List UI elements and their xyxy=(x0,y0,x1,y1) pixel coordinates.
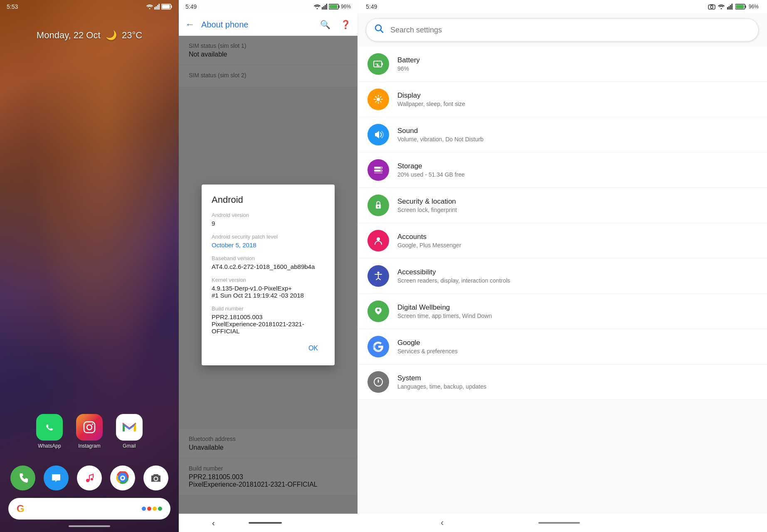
settings-screen: 5:49 96% xyxy=(358,0,767,532)
google-text: Google Services & preferences xyxy=(397,339,757,355)
svg-rect-21 xyxy=(325,5,326,10)
about-status-bar: 5:49 96% xyxy=(179,0,358,13)
settings-status-time: 5:49 xyxy=(366,3,377,10)
settings-search-input[interactable] xyxy=(390,26,750,34)
dialog-overlay: Android Android version 9 Android securi… xyxy=(179,36,358,514)
home-date: Monday, 22 Oct 🌙 23°C xyxy=(0,30,179,41)
instagram-icon xyxy=(76,414,103,441)
wellbeing-text: Digital Wellbeing Screen time, app timer… xyxy=(397,303,757,319)
security-text: Security & location Screen lock, fingerp… xyxy=(397,197,757,213)
svg-rect-20 xyxy=(323,6,324,10)
home-dock xyxy=(0,466,179,490)
dialog-actions: OK xyxy=(212,341,325,355)
svg-rect-3 xyxy=(157,5,158,10)
accessibility-subtitle: Screen readers, display, interaction con… xyxy=(397,277,757,284)
svg-point-12 xyxy=(91,478,93,480)
google-subtitle: Services & preferences xyxy=(397,348,757,355)
settings-search-bar[interactable] xyxy=(366,18,759,42)
settings-status-icons: 96% xyxy=(708,4,759,10)
svg-point-46 xyxy=(377,206,379,207)
android-info-dialog: Android Android version 9 Android securi… xyxy=(202,185,335,365)
settings-back-nav[interactable]: ‹ xyxy=(441,517,444,528)
battery-title: Battery xyxy=(397,56,757,64)
dock-phone[interactable] xyxy=(10,466,35,490)
svg-rect-42 xyxy=(374,172,382,173)
home-nav-pill xyxy=(69,525,110,527)
svg-point-43 xyxy=(381,167,382,168)
app-whatsapp[interactable]: WhatsApp xyxy=(36,414,63,449)
dock-camera[interactable] xyxy=(143,466,168,490)
settings-item-google[interactable]: Google Services & preferences xyxy=(358,329,767,365)
dock-messages[interactable] xyxy=(44,466,69,490)
settings-item-storage[interactable]: Storage 20% used - 51.34 GB free xyxy=(358,153,767,188)
settings-item-display[interactable]: Display Wallpaper, sleep, font size xyxy=(358,82,767,117)
svg-rect-31 xyxy=(730,5,731,10)
svg-rect-8 xyxy=(84,422,95,433)
accounts-text: Accounts Google, Plus Messenger xyxy=(397,233,757,249)
about-back-nav[interactable]: ‹ xyxy=(212,518,215,528)
build-value: PPR2.181005.003PixelExperience-20181021-… xyxy=(212,313,325,335)
build-label: Build number xyxy=(212,305,325,312)
app-instagram[interactable]: Instagram xyxy=(76,414,103,449)
about-wifi-icon xyxy=(314,4,321,9)
battery-text: Battery 96% xyxy=(397,56,757,72)
about-nav-bar: ‹ xyxy=(179,514,358,532)
svg-rect-34 xyxy=(745,5,746,8)
security-patch-label: Android security patch level xyxy=(212,234,325,240)
home-app-icons: WhatsApp Instagram xyxy=(0,414,179,449)
svg-point-0 xyxy=(149,8,150,10)
settings-nav-pill xyxy=(538,522,580,524)
svg-rect-22 xyxy=(326,4,327,10)
sound-title: Sound xyxy=(397,127,757,135)
svg-point-44 xyxy=(381,170,382,171)
settings-list: Battery 96% Display Wallpaper, sleep, fo… xyxy=(358,47,767,514)
accessibility-title: Accessibility xyxy=(397,268,757,276)
security-patch-value: October 5, 2018 xyxy=(212,241,325,249)
android-version-label: Android version xyxy=(212,212,325,218)
home-screen: 5:53 Monday, 22 Oct 🌙 xyxy=(0,0,179,532)
back-button[interactable]: ← xyxy=(185,19,195,30)
accounts-settings-icon xyxy=(367,230,389,251)
display-settings-icon xyxy=(367,89,389,110)
display-title: Display xyxy=(397,91,757,100)
accessibility-text: Accessibility Screen readers, display, i… xyxy=(397,268,757,284)
home-search-bar[interactable]: G xyxy=(8,498,170,520)
svg-rect-4 xyxy=(159,4,160,10)
settings-item-wellbeing[interactable]: Digital Wellbeing Screen time, app timer… xyxy=(358,294,767,329)
svg-point-49 xyxy=(377,309,380,311)
svg-rect-7 xyxy=(162,5,170,9)
home-status-bar: 5:53 xyxy=(0,0,179,13)
baseband-value: AT4.0.c2.6-272-1018_1600_ab89b4a xyxy=(212,263,325,270)
settings-item-accessibility[interactable]: Accessibility Screen readers, display, i… xyxy=(358,259,767,294)
storage-settings-icon xyxy=(367,159,389,181)
sound-subtitle: Volume, vibration, Do Not Disturb xyxy=(397,136,757,143)
android-version-value: 9 xyxy=(212,220,325,227)
accessibility-settings-icon xyxy=(367,265,389,287)
app-gmail[interactable]: Gmail xyxy=(116,414,143,449)
settings-item-security[interactable]: Security & location Screen lock, fingerp… xyxy=(358,188,767,223)
about-status-time: 5:49 xyxy=(185,3,197,10)
storage-subtitle: 20% used - 51.34 GB free xyxy=(397,171,757,178)
settings-item-sound[interactable]: Sound Volume, vibration, Do Not Disturb xyxy=(358,117,767,153)
help-button[interactable]: ❓ xyxy=(340,20,351,30)
battery-settings-icon xyxy=(367,53,389,75)
svg-rect-38 xyxy=(382,63,383,65)
settings-item-system[interactable]: System Languages, time, backup, updates xyxy=(358,365,767,400)
security-title: Security & location xyxy=(397,197,757,206)
sound-text: Sound Volume, vibration, Do Not Disturb xyxy=(397,127,757,143)
about-title: About phone xyxy=(201,20,313,30)
kernel-value: 4.9.135-Derp-v1.0-PixelExp+#1 Sun Oct 21… xyxy=(212,285,325,299)
about-battery-pct: 96% xyxy=(341,4,351,10)
system-settings-icon xyxy=(367,371,389,393)
svg-point-11 xyxy=(86,479,89,482)
dialog-ok-button[interactable]: OK xyxy=(302,341,325,355)
svg-point-9 xyxy=(87,425,92,430)
wellbeing-subtitle: Screen time, app timers, Wind Down xyxy=(397,313,757,319)
search-button[interactable]: 🔍 xyxy=(320,20,330,30)
dock-chrome[interactable] xyxy=(110,466,135,490)
settings-item-accounts[interactable]: Accounts Google, Plus Messenger xyxy=(358,223,767,259)
settings-item-battery[interactable]: Battery 96% xyxy=(358,47,767,82)
dock-music[interactable] xyxy=(77,466,102,490)
home-status-icons xyxy=(146,4,172,10)
wellbeing-title: Digital Wellbeing xyxy=(397,303,757,312)
